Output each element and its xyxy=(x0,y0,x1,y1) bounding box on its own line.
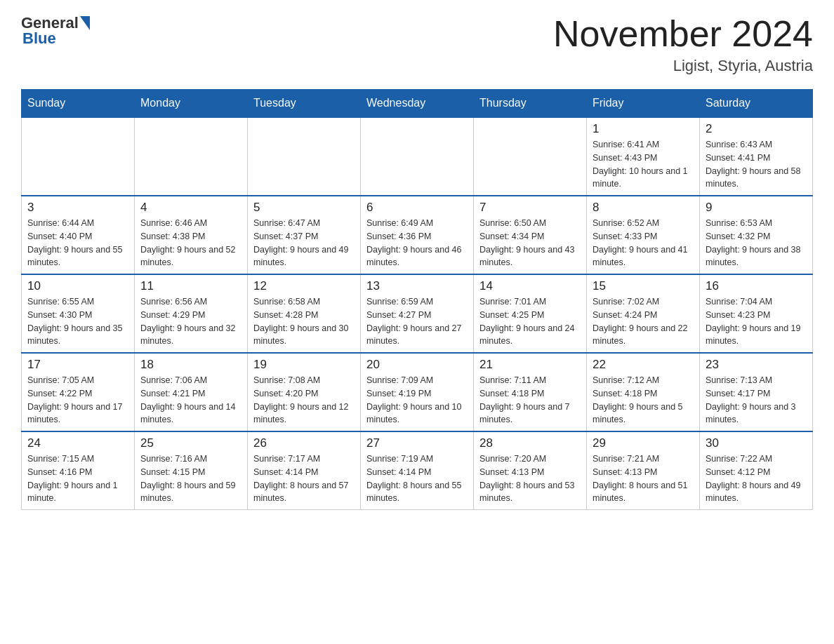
weekday-header-row: SundayMondayTuesdayWednesdayThursdayFrid… xyxy=(22,90,813,118)
day-number: 22 xyxy=(593,358,694,372)
day-number: 2 xyxy=(706,122,807,136)
calendar-cell: 13Sunrise: 6:59 AMSunset: 4:27 PMDayligh… xyxy=(361,274,474,353)
calendar-cell: 12Sunrise: 6:58 AMSunset: 4:28 PMDayligh… xyxy=(248,274,361,353)
day-number: 26 xyxy=(253,436,355,450)
day-info: Sunrise: 7:17 AMSunset: 4:14 PMDaylight:… xyxy=(253,452,355,505)
calendar-cell: 8Sunrise: 6:52 AMSunset: 4:33 PMDaylight… xyxy=(587,196,700,274)
calendar-cell: 6Sunrise: 6:49 AMSunset: 4:36 PMDaylight… xyxy=(361,196,474,274)
calendar-cell xyxy=(135,117,248,196)
day-number: 9 xyxy=(706,201,807,215)
day-number: 29 xyxy=(593,436,694,450)
day-info: Sunrise: 7:22 AMSunset: 4:12 PMDaylight:… xyxy=(706,452,807,505)
weekday-header-monday: Monday xyxy=(135,90,248,118)
week-row-3: 10Sunrise: 6:55 AMSunset: 4:30 PMDayligh… xyxy=(22,274,813,353)
day-number: 27 xyxy=(366,436,468,450)
day-number: 20 xyxy=(366,358,468,372)
weekday-header-saturday: Saturday xyxy=(700,90,813,118)
logo-triangle-icon xyxy=(80,16,90,30)
day-info: Sunrise: 6:58 AMSunset: 4:28 PMDaylight:… xyxy=(253,295,355,348)
day-number: 30 xyxy=(706,436,807,450)
day-number: 25 xyxy=(140,436,241,450)
calendar-cell: 25Sunrise: 7:16 AMSunset: 4:15 PMDayligh… xyxy=(135,431,248,510)
day-number: 12 xyxy=(253,279,355,293)
day-info: Sunrise: 7:12 AMSunset: 4:18 PMDaylight:… xyxy=(593,374,694,427)
weekday-header-tuesday: Tuesday xyxy=(248,90,361,118)
day-number: 15 xyxy=(593,279,694,293)
day-info: Sunrise: 7:06 AMSunset: 4:21 PMDaylight:… xyxy=(140,374,241,427)
day-info: Sunrise: 7:21 AMSunset: 4:13 PMDaylight:… xyxy=(593,452,694,505)
day-number: 23 xyxy=(706,358,807,372)
day-number: 24 xyxy=(27,436,128,450)
day-info: Sunrise: 7:19 AMSunset: 4:14 PMDaylight:… xyxy=(366,452,468,505)
day-info: Sunrise: 6:44 AMSunset: 4:40 PMDaylight:… xyxy=(27,217,128,269)
day-number: 4 xyxy=(140,201,241,215)
calendar-cell: 15Sunrise: 7:02 AMSunset: 4:24 PMDayligh… xyxy=(587,274,700,353)
day-info: Sunrise: 7:15 AMSunset: 4:16 PMDaylight:… xyxy=(27,452,128,505)
calendar-cell: 14Sunrise: 7:01 AMSunset: 4:25 PMDayligh… xyxy=(474,274,587,353)
day-number: 19 xyxy=(253,358,355,372)
calendar-cell: 3Sunrise: 6:44 AMSunset: 4:40 PMDaylight… xyxy=(22,196,135,274)
week-row-4: 17Sunrise: 7:05 AMSunset: 4:22 PMDayligh… xyxy=(22,353,813,431)
day-info: Sunrise: 6:41 AMSunset: 4:43 PMDaylight:… xyxy=(593,138,694,191)
day-info: Sunrise: 7:05 AMSunset: 4:22 PMDaylight:… xyxy=(27,374,128,427)
day-number: 17 xyxy=(27,358,128,372)
calendar-cell xyxy=(22,117,135,196)
calendar-cell: 17Sunrise: 7:05 AMSunset: 4:22 PMDayligh… xyxy=(22,353,135,431)
day-info: Sunrise: 7:02 AMSunset: 4:24 PMDaylight:… xyxy=(593,295,694,348)
calendar-cell: 20Sunrise: 7:09 AMSunset: 4:19 PMDayligh… xyxy=(361,353,474,431)
day-number: 14 xyxy=(479,279,581,293)
day-info: Sunrise: 6:50 AMSunset: 4:34 PMDaylight:… xyxy=(479,217,581,269)
day-number: 10 xyxy=(27,279,128,293)
day-info: Sunrise: 7:16 AMSunset: 4:15 PMDaylight:… xyxy=(140,452,241,505)
calendar-cell: 22Sunrise: 7:12 AMSunset: 4:18 PMDayligh… xyxy=(587,353,700,431)
calendar-cell: 2Sunrise: 6:43 AMSunset: 4:41 PMDaylight… xyxy=(700,117,813,196)
calendar-cell: 1Sunrise: 6:41 AMSunset: 4:43 PMDaylight… xyxy=(587,117,700,196)
day-number: 11 xyxy=(140,279,241,293)
day-number: 6 xyxy=(366,201,468,215)
day-number: 1 xyxy=(593,122,694,136)
calendar-cell: 10Sunrise: 6:55 AMSunset: 4:30 PMDayligh… xyxy=(22,274,135,353)
calendar-cell: 30Sunrise: 7:22 AMSunset: 4:12 PMDayligh… xyxy=(700,431,813,510)
calendar-cell: 7Sunrise: 6:50 AMSunset: 4:34 PMDaylight… xyxy=(474,196,587,274)
page-header: General Blue November 2024 Ligist, Styri… xyxy=(21,14,813,75)
day-info: Sunrise: 6:43 AMSunset: 4:41 PMDaylight:… xyxy=(706,138,807,191)
calendar-cell xyxy=(474,117,587,196)
weekday-header-friday: Friday xyxy=(587,90,700,118)
calendar-cell xyxy=(361,117,474,196)
calendar-cell: 19Sunrise: 7:08 AMSunset: 4:20 PMDayligh… xyxy=(248,353,361,431)
week-row-2: 3Sunrise: 6:44 AMSunset: 4:40 PMDaylight… xyxy=(22,196,813,274)
day-info: Sunrise: 6:55 AMSunset: 4:30 PMDaylight:… xyxy=(27,295,128,348)
calendar-cell: 26Sunrise: 7:17 AMSunset: 4:14 PMDayligh… xyxy=(248,431,361,510)
calendar-cell: 18Sunrise: 7:06 AMSunset: 4:21 PMDayligh… xyxy=(135,353,248,431)
title-area: November 2024 Ligist, Styria, Austria xyxy=(553,14,813,75)
calendar-cell xyxy=(248,117,361,196)
week-row-1: 1Sunrise: 6:41 AMSunset: 4:43 PMDaylight… xyxy=(22,117,813,196)
calendar-cell: 28Sunrise: 7:20 AMSunset: 4:13 PMDayligh… xyxy=(474,431,587,510)
day-info: Sunrise: 7:01 AMSunset: 4:25 PMDaylight:… xyxy=(479,295,581,348)
logo: General Blue xyxy=(21,14,90,48)
location-subtitle: Ligist, Styria, Austria xyxy=(553,57,813,75)
calendar-cell: 23Sunrise: 7:13 AMSunset: 4:17 PMDayligh… xyxy=(700,353,813,431)
day-info: Sunrise: 6:53 AMSunset: 4:32 PMDaylight:… xyxy=(706,217,807,269)
day-info: Sunrise: 7:11 AMSunset: 4:18 PMDaylight:… xyxy=(479,374,581,427)
month-title: November 2024 xyxy=(553,14,813,54)
calendar-cell: 4Sunrise: 6:46 AMSunset: 4:38 PMDaylight… xyxy=(135,196,248,274)
day-info: Sunrise: 7:04 AMSunset: 4:23 PMDaylight:… xyxy=(706,295,807,348)
day-info: Sunrise: 6:59 AMSunset: 4:27 PMDaylight:… xyxy=(366,295,468,348)
day-info: Sunrise: 6:49 AMSunset: 4:36 PMDaylight:… xyxy=(366,217,468,269)
day-number: 7 xyxy=(479,201,581,215)
day-info: Sunrise: 6:52 AMSunset: 4:33 PMDaylight:… xyxy=(593,217,694,269)
day-info: Sunrise: 7:13 AMSunset: 4:17 PMDaylight:… xyxy=(706,374,807,427)
day-number: 28 xyxy=(479,436,581,450)
day-info: Sunrise: 7:09 AMSunset: 4:19 PMDaylight:… xyxy=(366,374,468,427)
day-info: Sunrise: 7:08 AMSunset: 4:20 PMDaylight:… xyxy=(253,374,355,427)
calendar-table: SundayMondayTuesdayWednesdayThursdayFrid… xyxy=(21,89,813,510)
day-number: 16 xyxy=(706,279,807,293)
day-info: Sunrise: 6:56 AMSunset: 4:29 PMDaylight:… xyxy=(140,295,241,348)
logo-blue: Blue xyxy=(22,29,56,48)
day-number: 3 xyxy=(27,201,128,215)
day-info: Sunrise: 6:46 AMSunset: 4:38 PMDaylight:… xyxy=(140,217,241,269)
day-number: 5 xyxy=(253,201,355,215)
weekday-header-sunday: Sunday xyxy=(22,90,135,118)
day-info: Sunrise: 7:20 AMSunset: 4:13 PMDaylight:… xyxy=(479,452,581,505)
